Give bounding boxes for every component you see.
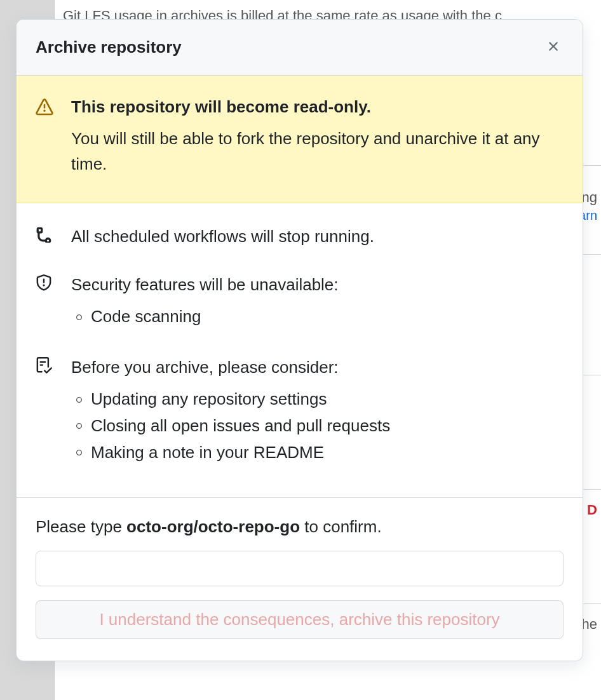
consider-heading: Before you archive, please consider: [71,356,564,379]
info-section: All scheduled workflows will stop runnin… [17,203,583,498]
security-heading: Security features will be unavailable: [71,273,564,296]
confirm-input[interactable] [36,551,564,586]
security-row: Security features will be unavailable: C… [36,273,564,330]
repo-slug: octo-org/octo-repo-go [126,517,300,536]
security-list: Code scanning [71,304,564,330]
checklist-icon [36,357,53,466]
bg-danger-fragment: D [587,502,597,518]
workflows-row: All scheduled workflows will stop runnin… [36,225,564,248]
consider-list: Updating any repository settings Closing… [71,386,564,466]
modal-footer: Please type octo-org/octo-repo-go to con… [17,497,583,661]
archive-repository-modal: Archive repository This repository will … [16,19,583,661]
warning-title: This repository will become read-only. [71,97,564,117]
archive-confirm-button[interactable]: I understand the consequences, archive t… [36,600,564,639]
modal-title: Archive repository [36,37,182,57]
consider-row: Before you archive, please consider: Upd… [36,356,564,466]
alert-icon [36,98,53,177]
bg-text-fragment: he [582,616,597,632]
list-item: Making a note in your README [71,440,564,466]
list-item: Closing all open issues and pull request… [71,413,564,440]
workflows-text: All scheduled workflows will stop runnin… [71,225,564,248]
warning-banner: This repository will become read-only. Y… [17,76,583,203]
close-icon [546,39,561,56]
list-item: Updating any repository settings [71,386,564,413]
confirm-label: Please type octo-org/octo-repo-go to con… [36,517,564,537]
bg-fragment-1: ng [582,189,597,205]
list-item: Code scanning [71,304,564,330]
workflow-icon [36,226,53,248]
modal-header: Archive repository [17,20,583,76]
close-button[interactable] [543,36,564,58]
warning-subtitle: You will still be able to fork the repos… [71,126,564,177]
shield-icon [36,274,53,330]
warning-content: This repository will become read-only. Y… [71,97,564,177]
